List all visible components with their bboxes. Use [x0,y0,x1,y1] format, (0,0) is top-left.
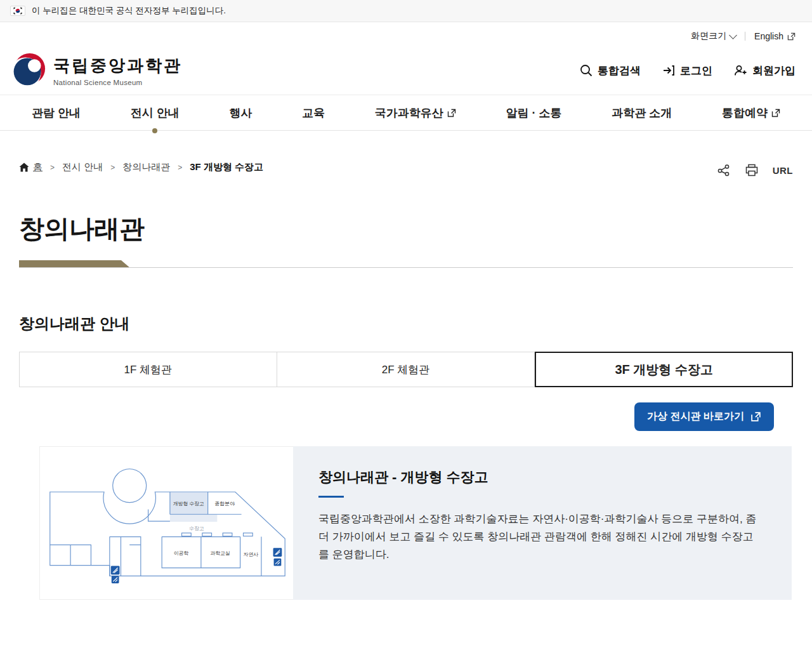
utility-bar: 화면크기 English [0,22,812,46]
plan-label-natural-history: 자연사 [243,552,258,557]
nav-label: 과학관 소개 [612,105,672,121]
plan-label-general: 종합분야 [214,501,234,507]
title-divider-line [19,267,793,268]
breadcrumb-label: 홈 [33,161,43,173]
page-tools: URL [717,163,793,177]
breadcrumb: 홈 > 전시 안내 > 창의나래관 > 3F 개방형 수장고 [19,161,263,173]
nav-item-education[interactable]: 교육 [302,95,325,130]
nav-item-about[interactable]: 과학관 소개 [612,95,672,130]
external-link-icon [771,109,780,117]
page: 이 누리집은 대한민국 공식 전자정부 누리집입니다. 화면크기 English… [0,0,812,650]
breadcrumb-separator: > [110,163,115,172]
site-header: 국립중앙과학관 National Science Museum 통합검색 로그인 [0,46,812,95]
nav-label: 알림 · 소통 [506,105,562,121]
section-title: 창의나래관 안내 [0,268,812,334]
utility-divider [745,32,745,41]
breadcrumb-item-exhibition[interactable]: 전시 안내 [62,161,103,173]
site-name-en: National Science Museum [53,79,182,86]
virtual-exhibition-label: 가상 전시관 바로가기 [647,410,744,423]
share-icon [717,163,731,177]
nav-label: 국가과학유산 [375,105,443,121]
nav-label: 통합예약 [722,105,768,121]
button-row: 가상 전시관 바로가기 [0,387,812,431]
chevron-down-icon [729,31,737,39]
breadcrumb-home[interactable]: 홈 [19,161,43,173]
nav-label: 관람 안내 [32,105,81,121]
floor-plan-panel: 개방형 수장고 종합분야 수장고 이공학 과학교실 자연사 [39,446,293,600]
site-name: 국립중앙과학관 [53,55,182,77]
tab-3f-active[interactable]: 3F 개방형 수장고 [535,352,793,387]
nav-item-science-heritage[interactable]: 국가과학유산 [375,95,456,130]
breadcrumb-row: 홈 > 전시 안내 > 창의나래관 > 3F 개방형 수장고 [0,131,812,173]
virtual-exhibition-button[interactable]: 가상 전시관 바로가기 [634,402,774,431]
gov-banner: 이 누리집은 대한민국 공식 전자정부 누리집입니다. [0,0,812,22]
external-link-icon [447,109,456,117]
header-actions: 통합검색 로그인 회원가입 [580,63,796,78]
login-label: 로그인 [680,63,712,78]
share-button[interactable] [717,163,731,177]
external-link-icon [787,32,796,41]
language-label: English [754,31,783,41]
plan-label-science-classroom: 과학교실 [210,550,230,556]
nav-item-visit[interactable]: 관람 안내 [32,95,81,130]
breadcrumb-item-current: 3F 개방형 수장고 [190,161,263,173]
gov-banner-text: 이 누리집은 대한민국 공식 전자정부 누리집입니다. [32,5,226,17]
card-title-underline [318,496,344,498]
screen-size-control[interactable]: 화면크기 [691,30,736,42]
breadcrumb-separator: > [50,163,55,172]
tab-2f[interactable]: 2F 체험관 [277,352,535,387]
floor-plan-image: 개방형 수장고 종합분야 수장고 이공학 과학교실 자연사 [43,448,291,598]
signup-label: 회원가입 [752,63,796,78]
breadcrumb-item-hall[interactable]: 창의나래관 [122,161,170,173]
signup-button[interactable]: 회원가입 [734,63,796,78]
main-nav: 관람 안내 전시 안내 행사 교육 국가과학유산 알림 · 소통 과학관 소개 … [0,95,812,131]
nav-label: 행사 [229,105,252,121]
card-title: 창의나래관 - 개방형 수장고 [318,468,766,487]
external-link-icon [750,411,761,422]
open-storage-card: 개방형 수장고 종합분야 수장고 이공학 과학교실 자연사 [39,446,792,600]
brand-text: 국립중앙과학관 National Science Museum [53,55,182,86]
search-label: 통합검색 [598,63,641,78]
plan-label-open-storage: 개방형 수장고 [173,501,204,507]
nav-label: 교육 [302,105,325,121]
museum-emblem-icon [10,53,46,88]
page-title: 창의나래관 [0,173,812,246]
login-button[interactable]: 로그인 [662,63,712,78]
search-button[interactable]: 통합검색 [580,63,641,78]
screen-size-label: 화면크기 [691,30,726,42]
korea-flag-icon [10,6,25,16]
plan-label-storage: 수장고 [189,526,204,531]
card-description: 국립중앙과학관에서 소장한 과학기술자료는 자연사·이공학·과학기술사 등으로 … [318,510,763,564]
plan-label-engineering: 이공학 [173,550,188,556]
signup-icon [734,64,747,77]
tab-1f[interactable]: 1F 체험관 [19,352,277,387]
title-rule [19,260,793,268]
print-icon [745,163,759,177]
nav-item-reservation[interactable]: 통합예약 [722,95,780,130]
copy-url-button[interactable]: URL [773,165,793,176]
nav-item-exhibition[interactable]: 전시 안내 [131,95,180,130]
search-icon [580,64,593,77]
nav-label: 전시 안내 [131,105,180,121]
open-storage-info: 창의나래관 - 개방형 수장고 국립중앙과학관에서 소장한 과학기술자료는 자연… [293,446,792,600]
nav-item-events[interactable]: 행사 [229,95,252,130]
login-icon [662,64,675,77]
nav-item-news[interactable]: 알림 · 소통 [506,95,562,130]
floor-tabs: 1F 체험관 2F 체험관 3F 개방형 수장고 [19,352,793,387]
home-icon [19,162,29,172]
site-logo[interactable]: 국립중앙과학관 National Science Museum [10,53,182,88]
breadcrumb-separator: > [178,163,182,172]
language-link[interactable]: English [754,31,796,41]
active-nav-dot [152,128,157,133]
print-button[interactable] [745,163,759,177]
